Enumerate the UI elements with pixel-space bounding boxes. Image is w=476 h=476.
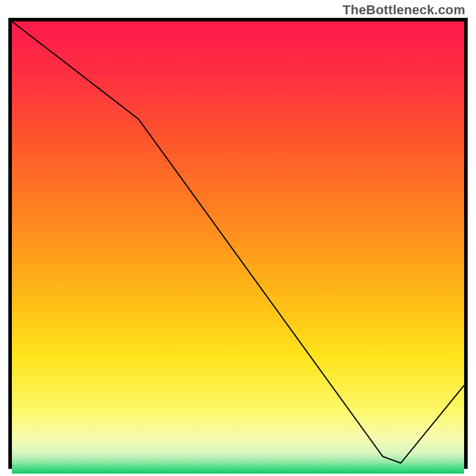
plot-frame: [8, 18, 468, 469]
plot-area: [12, 21, 464, 465]
bottleneck-curve: [12, 21, 464, 465]
chart-stage: TheBottleneck.com: [0, 0, 476, 476]
watermark-text: TheBottleneck.com: [343, 2, 465, 18]
